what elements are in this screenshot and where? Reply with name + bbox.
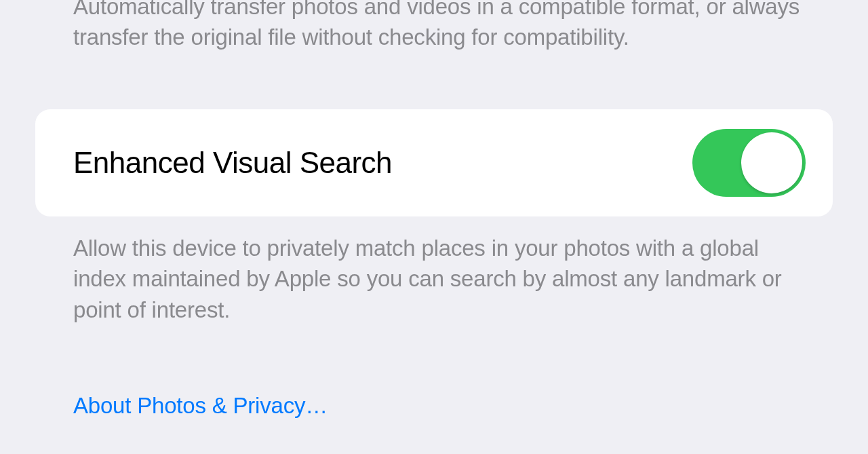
enhanced-visual-search-footer-text: Allow this device to privately match pla…: [0, 216, 868, 325]
about-photos-privacy-link[interactable]: About Photos & Privacy…: [0, 393, 366, 419]
enhanced-visual-search-row[interactable]: Enhanced Visual Search: [35, 109, 833, 216]
transfer-section-footer-text: Automatically transfer photos and videos…: [0, 0, 868, 52]
enhanced-visual-search-label: Enhanced Visual Search: [73, 146, 392, 180]
settings-pane: Automatically transfer photos and videos…: [0, 0, 868, 419]
enhanced-visual-search-toggle[interactable]: [692, 129, 806, 197]
toggle-knob: [741, 132, 802, 193]
